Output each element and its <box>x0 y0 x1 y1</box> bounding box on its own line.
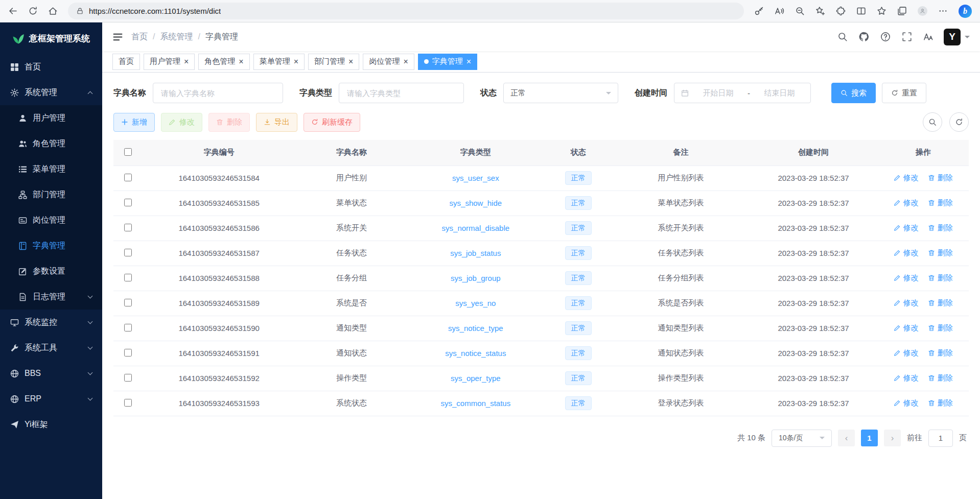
row-delete-button[interactable]: 删除 <box>928 198 953 208</box>
add-button[interactable]: 新增 <box>113 113 155 132</box>
font-size-icon[interactable] <box>923 32 934 42</box>
address-bar[interactable]: https://ccnetcore.com:1101/system/dict <box>68 3 744 19</box>
breadcrumb-item[interactable]: 系统管理 <box>160 32 193 42</box>
sidebar-item-dict-management[interactable]: 字典管理 <box>0 233 102 258</box>
row-edit-button[interactable]: 修改 <box>894 223 919 233</box>
tab-post-management[interactable]: 岗位管理× <box>363 54 414 70</box>
export-button[interactable]: 导出 <box>256 113 297 132</box>
sidebar-item-role-management[interactable]: 角色管理 <box>0 131 102 156</box>
key-icon[interactable] <box>754 6 764 16</box>
dict-type-link[interactable]: sys_user_sex <box>452 174 499 182</box>
select-all-checkbox[interactable] <box>124 148 132 156</box>
row-delete-button[interactable]: 删除 <box>928 273 953 283</box>
row-checkbox[interactable] <box>124 374 132 382</box>
row-edit-button[interactable]: 修改 <box>894 173 919 183</box>
sidebar-item-user-management[interactable]: 用户管理 <box>0 105 102 131</box>
more-icon[interactable] <box>938 6 948 16</box>
dict-type-link[interactable]: sys_show_hide <box>450 199 502 207</box>
row-checkbox[interactable] <box>124 299 132 306</box>
zoom-icon[interactable] <box>795 6 805 16</box>
split-screen-icon[interactable] <box>856 6 866 16</box>
sidebar-item-menu-management[interactable]: 菜单管理 <box>0 156 102 182</box>
breadcrumb-item[interactable]: 字典管理 <box>205 32 238 42</box>
dict-type-link[interactable]: sys_common_status <box>440 399 510 408</box>
row-edit-button[interactable]: 修改 <box>894 273 919 283</box>
page-size-select[interactable]: 10条/页 <box>772 430 832 447</box>
prev-page-button[interactable]: ‹ <box>838 430 855 446</box>
row-checkbox[interactable] <box>124 174 132 181</box>
row-delete-button[interactable]: 删除 <box>928 373 953 383</box>
sidebar-item-system-monitor[interactable]: 系统监控 <box>0 310 102 335</box>
row-delete-button[interactable]: 删除 <box>928 298 953 308</box>
dict-type-link[interactable]: sys_normal_disable <box>442 224 510 232</box>
tab-role-management[interactable]: 角色管理× <box>198 54 249 70</box>
sidebar-item-system-management[interactable]: 系统管理 <box>0 80 102 105</box>
tab-menu-management[interactable]: 菜单管理× <box>253 54 305 70</box>
user-avatar[interactable]: Y <box>944 29 970 45</box>
row-edit-button[interactable]: 修改 <box>894 323 919 333</box>
sidebar-item-yi-framework[interactable]: Yi框架 <box>0 412 102 437</box>
row-delete-button[interactable]: 删除 <box>928 348 953 358</box>
tab-close-icon[interactable]: × <box>348 58 353 66</box>
sidebar-item-erp[interactable]: ERP <box>0 386 102 412</box>
profile-avatar-icon[interactable] <box>918 6 927 16</box>
home-icon[interactable] <box>48 6 58 16</box>
tab-user-management[interactable]: 用户管理× <box>144 54 195 70</box>
dict-type-input[interactable] <box>339 83 464 103</box>
row-checkbox[interactable] <box>124 274 132 281</box>
date-range-picker[interactable]: 开始日期 - 结束日期 <box>674 83 811 103</box>
delete-button[interactable]: 删除 <box>208 113 250 132</box>
extensions-icon[interactable] <box>836 6 846 16</box>
dict-type-link[interactable]: sys_job_group <box>451 274 501 282</box>
tab-close-icon[interactable]: × <box>466 58 471 66</box>
copilot-icon[interactable]: b <box>959 5 972 18</box>
sidebar-item-bbs[interactable]: BBS <box>0 361 102 386</box>
sidebar-item-system-tools[interactable]: 系统工具 <box>0 335 102 361</box>
row-checkbox[interactable] <box>124 324 132 331</box>
row-edit-button[interactable]: 修改 <box>894 298 919 308</box>
sidebar-item-post-management[interactable]: 岗位管理 <box>0 207 102 233</box>
row-delete-button[interactable]: 删除 <box>928 323 953 333</box>
goto-page-input[interactable] <box>928 430 953 447</box>
search-button[interactable]: 搜索 <box>831 83 876 103</box>
status-select[interactable]: 正常 <box>503 83 618 103</box>
edit-button[interactable]: 修改 <box>161 113 202 132</box>
search-icon[interactable] <box>837 32 848 42</box>
row-checkbox[interactable] <box>124 199 132 206</box>
refresh-cache-button[interactable]: 刷新缓存 <box>304 113 360 132</box>
dict-type-link[interactable]: sys_oper_type <box>451 374 501 383</box>
tab-dict-management[interactable]: 字典管理× <box>418 54 477 70</box>
toggle-search-button[interactable] <box>923 112 942 132</box>
add-favorite-icon[interactable] <box>815 6 825 16</box>
row-edit-button[interactable]: 修改 <box>894 248 919 258</box>
sidebar-item-home[interactable]: 首页 <box>0 54 102 80</box>
read-aloud-icon[interactable] <box>775 6 784 16</box>
next-page-button[interactable]: › <box>884 430 901 446</box>
favorites-icon[interactable] <box>877 6 886 16</box>
reload-icon[interactable] <box>28 6 38 16</box>
collections-icon[interactable] <box>897 6 907 16</box>
tab-home[interactable]: 首页 <box>112 54 140 70</box>
reset-button[interactable]: 重置 <box>882 83 926 103</box>
row-delete-button[interactable]: 删除 <box>928 248 953 258</box>
question-icon[interactable] <box>880 32 891 42</box>
hamburger-icon[interactable] <box>112 32 123 42</box>
row-checkbox[interactable] <box>124 249 132 256</box>
tab-close-icon[interactable]: × <box>294 58 298 66</box>
row-delete-button[interactable]: 删除 <box>928 398 953 408</box>
row-delete-button[interactable]: 删除 <box>928 223 953 233</box>
row-edit-button[interactable]: 修改 <box>894 373 919 383</box>
page-1-button[interactable]: 1 <box>861 430 878 446</box>
tab-dept-management[interactable]: 部门管理× <box>308 54 359 70</box>
row-edit-button[interactable]: 修改 <box>894 198 919 208</box>
tab-close-icon[interactable]: × <box>239 58 243 66</box>
dict-type-link[interactable]: sys_notice_type <box>448 324 503 332</box>
dict-type-link[interactable]: sys_yes_no <box>455 299 496 307</box>
tab-close-icon[interactable]: × <box>403 58 408 66</box>
fullscreen-icon[interactable] <box>902 32 912 42</box>
sidebar-item-param-settings[interactable]: 参数设置 <box>0 258 102 284</box>
sidebar-item-dept-management[interactable]: 部门管理 <box>0 182 102 207</box>
breadcrumb-item[interactable]: 首页 <box>131 32 148 42</box>
row-checkbox[interactable] <box>124 349 132 357</box>
row-edit-button[interactable]: 修改 <box>894 348 919 358</box>
